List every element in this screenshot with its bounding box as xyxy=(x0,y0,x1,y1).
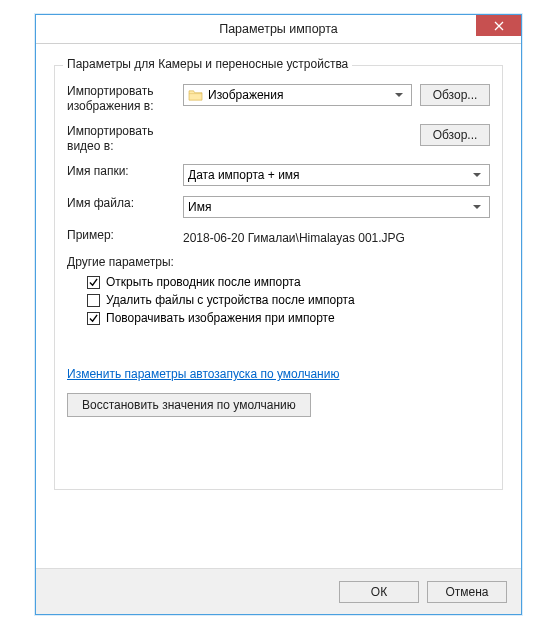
check-open-explorer-label: Открыть проводник после импорта xyxy=(106,275,301,289)
check-rotate[interactable]: Поворачивать изображения при импорте xyxy=(87,311,490,325)
chevron-down-icon xyxy=(469,165,485,185)
check-open-explorer[interactable]: Открыть проводник после импорта xyxy=(87,275,490,289)
chevron-down-icon xyxy=(469,197,485,217)
autorun-link[interactable]: Изменить параметры автозапуска по умолча… xyxy=(67,367,339,381)
browse-video-button[interactable]: Обзор... xyxy=(420,124,490,146)
close-button[interactable] xyxy=(476,15,521,36)
check-delete-files-label: Удалить файлы с устройства после импорта xyxy=(106,293,355,307)
titlebar: Параметры импорта xyxy=(36,15,521,44)
group-legend: Параметры для Камеры и переносные устрой… xyxy=(63,57,352,71)
dialog-window: Параметры импорта Параметры для Камеры и… xyxy=(35,14,522,615)
import-images-value: Изображения xyxy=(208,88,391,102)
folder-name-combo[interactable]: Дата импорта + имя xyxy=(183,164,490,186)
import-images-label: Импортировать изображения в: xyxy=(67,84,175,114)
folder-name-label: Имя папки: xyxy=(67,164,175,179)
cancel-button[interactable]: Отмена xyxy=(427,581,507,603)
other-params-label: Другие параметры: xyxy=(67,255,490,269)
folder-icon xyxy=(188,89,203,102)
row-file-name: Имя файла: Имя xyxy=(67,196,490,218)
folder-name-value: Дата импорта + имя xyxy=(188,168,469,182)
file-name-label: Имя файла: xyxy=(67,196,175,211)
close-icon xyxy=(494,21,504,31)
checkbox-open-explorer[interactable] xyxy=(87,276,100,289)
checkbox-delete-files[interactable] xyxy=(87,294,100,307)
dialog-footer: ОК Отмена xyxy=(36,568,521,614)
example-value: 2018-06-20 Гималаи\Himalayas 001.JPG xyxy=(183,228,405,245)
check-rotate-label: Поворачивать изображения при импорте xyxy=(106,311,335,325)
example-label: Пример: xyxy=(67,228,175,243)
chevron-down-icon xyxy=(391,85,407,105)
parameters-group: Параметры для Камеры и переносные устрой… xyxy=(54,65,503,490)
file-name-combo[interactable]: Имя xyxy=(183,196,490,218)
row-folder-name: Имя папки: Дата импорта + имя xyxy=(67,164,490,186)
row-import-images: Импортировать изображения в: Изображения… xyxy=(67,84,490,114)
check-delete-files[interactable]: Удалить файлы с устройства после импорта xyxy=(87,293,490,307)
window-title: Параметры импорта xyxy=(36,22,521,36)
checkbox-rotate[interactable] xyxy=(87,312,100,325)
import-video-label: Импортировать видео в: xyxy=(67,124,175,154)
row-import-video: Импортировать видео в: Обзор... xyxy=(67,124,490,154)
ok-button[interactable]: ОК xyxy=(339,581,419,603)
file-name-value: Имя xyxy=(188,200,469,214)
import-images-combo[interactable]: Изображения xyxy=(183,84,412,106)
dialog-body: Параметры для Камеры и переносные устрой… xyxy=(36,44,521,490)
row-example: Пример: 2018-06-20 Гималаи\Himalayas 001… xyxy=(67,228,490,245)
restore-defaults-button[interactable]: Восстановить значения по умолчанию xyxy=(67,393,311,417)
browse-images-button[interactable]: Обзор... xyxy=(420,84,490,106)
